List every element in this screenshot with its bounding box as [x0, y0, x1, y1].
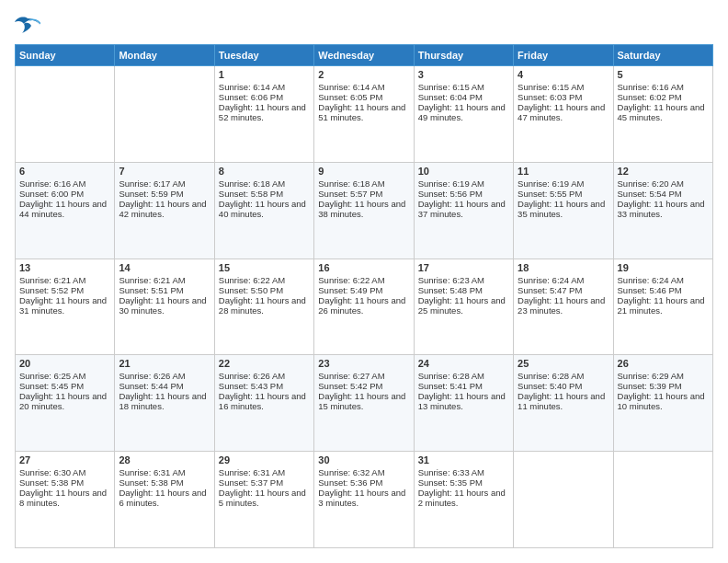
sunrise-text: Sunrise: 6:22 AM — [318, 275, 384, 285]
day-number: 7 — [119, 166, 210, 177]
sunrise-text: Sunrise: 6:16 AM — [618, 82, 684, 92]
calendar-cell: 6Sunrise: 6:16 AMSunset: 6:00 PMDaylight… — [16, 162, 115, 259]
day-number: 22 — [219, 358, 310, 369]
week-row-2: 6Sunrise: 6:16 AMSunset: 6:00 PMDaylight… — [16, 162, 713, 259]
sunrise-text: Sunrise: 6:21 AM — [119, 275, 185, 285]
calendar-cell: 29Sunrise: 6:31 AMSunset: 5:37 PMDayligh… — [214, 452, 313, 548]
day-number: 20 — [19, 358, 110, 369]
sunrise-text: Sunrise: 6:22 AM — [219, 275, 285, 285]
calendar-cell: 20Sunrise: 6:25 AMSunset: 5:45 PMDayligh… — [16, 355, 115, 452]
day-number: 9 — [318, 166, 409, 177]
calendar-cell: 21Sunrise: 6:26 AMSunset: 5:44 PMDayligh… — [115, 355, 214, 452]
calendar-cell: 31Sunrise: 6:33 AMSunset: 5:35 PMDayligh… — [414, 452, 513, 548]
daylight-text: Daylight: 11 hours and 45 minutes. — [618, 102, 705, 122]
sunset-text: Sunset: 6:02 PM — [618, 92, 682, 102]
sunrise-text: Sunrise: 6:25 AM — [19, 371, 85, 381]
day-number: 14 — [119, 262, 210, 273]
weekday-header-tuesday: Tuesday — [214, 45, 313, 66]
sunrise-text: Sunrise: 6:14 AM — [318, 82, 384, 92]
calendar-cell — [16, 66, 115, 163]
calendar-cell: 26Sunrise: 6:29 AMSunset: 5:39 PMDayligh… — [613, 355, 712, 452]
sunset-text: Sunset: 5:55 PM — [518, 189, 582, 199]
calendar-cell: 10Sunrise: 6:19 AMSunset: 5:56 PMDayligh… — [414, 162, 513, 259]
sunrise-text: Sunrise: 6:28 AM — [518, 371, 584, 381]
sunset-text: Sunset: 5:49 PM — [318, 285, 382, 295]
daylight-text: Daylight: 11 hours and 35 minutes. — [518, 199, 605, 219]
sunset-text: Sunset: 5:51 PM — [119, 285, 183, 295]
sunrise-text: Sunrise: 6:30 AM — [19, 467, 85, 477]
header — [15, 15, 713, 35]
sunrise-text: Sunrise: 6:20 AM — [618, 178, 684, 189]
daylight-text: Daylight: 11 hours and 8 minutes. — [19, 488, 107, 508]
sunset-text: Sunset: 5:38 PM — [19, 477, 84, 488]
daylight-text: Daylight: 11 hours and 20 minutes. — [19, 391, 107, 411]
day-number: 3 — [418, 69, 509, 80]
sunset-text: Sunset: 5:52 PM — [19, 285, 84, 295]
daylight-text: Daylight: 11 hours and 44 minutes. — [19, 199, 107, 219]
day-number: 25 — [518, 358, 609, 369]
daylight-text: Daylight: 11 hours and 6 minutes. — [119, 488, 206, 508]
calendar-cell: 27Sunrise: 6:30 AMSunset: 5:38 PMDayligh… — [16, 452, 115, 548]
daylight-text: Daylight: 11 hours and 2 minutes. — [418, 488, 506, 508]
sunrise-text: Sunrise: 6:16 AM — [19, 178, 85, 189]
sunrise-text: Sunrise: 6:24 AM — [618, 275, 684, 285]
daylight-text: Daylight: 11 hours and 25 minutes. — [418, 295, 506, 316]
weekday-header-friday: Friday — [514, 45, 613, 66]
calendar-cell: 4Sunrise: 6:15 AMSunset: 6:03 PMDaylight… — [514, 66, 613, 163]
daylight-text: Daylight: 11 hours and 42 minutes. — [119, 199, 206, 219]
calendar-cell: 25Sunrise: 6:28 AMSunset: 5:40 PMDayligh… — [514, 355, 613, 452]
daylight-text: Daylight: 11 hours and 31 minutes. — [19, 295, 107, 316]
daylight-text: Daylight: 11 hours and 49 minutes. — [418, 102, 506, 122]
logo — [15, 15, 44, 35]
day-number: 27 — [19, 454, 110, 465]
daylight-text: Daylight: 11 hours and 51 minutes. — [318, 102, 405, 122]
weekday-header-sunday: Sunday — [16, 45, 115, 66]
calendar-cell: 23Sunrise: 6:27 AMSunset: 5:42 PMDayligh… — [314, 355, 414, 452]
day-number: 24 — [418, 358, 509, 369]
sunrise-text: Sunrise: 6:26 AM — [119, 371, 185, 381]
day-number: 12 — [618, 166, 709, 177]
sunset-text: Sunset: 6:00 PM — [19, 189, 84, 199]
sunset-text: Sunset: 5:48 PM — [418, 285, 483, 295]
calendar-cell: 17Sunrise: 6:23 AMSunset: 5:48 PMDayligh… — [414, 259, 513, 355]
calendar-cell: 2Sunrise: 6:14 AMSunset: 6:05 PMDaylight… — [314, 66, 414, 163]
sunrise-text: Sunrise: 6:21 AM — [19, 275, 85, 285]
sunrise-text: Sunrise: 6:15 AM — [518, 82, 584, 92]
calendar-table: SundayMondayTuesdayWednesdayThursdayFrid… — [15, 44, 713, 548]
sunset-text: Sunset: 5:45 PM — [19, 381, 84, 391]
day-number: 17 — [418, 262, 509, 273]
day-number: 28 — [119, 454, 210, 465]
weekday-header-wednesday: Wednesday — [314, 45, 414, 66]
daylight-text: Daylight: 11 hours and 52 minutes. — [219, 102, 306, 122]
sunset-text: Sunset: 5:38 PM — [119, 477, 183, 488]
week-row-4: 20Sunrise: 6:25 AMSunset: 5:45 PMDayligh… — [16, 355, 713, 452]
day-number: 8 — [219, 166, 310, 177]
sunset-text: Sunset: 5:39 PM — [618, 381, 682, 391]
day-number: 13 — [19, 262, 110, 273]
day-number: 31 — [418, 454, 509, 465]
calendar-cell — [613, 452, 712, 548]
sunrise-text: Sunrise: 6:27 AM — [318, 371, 384, 381]
weekday-header-saturday: Saturday — [613, 45, 712, 66]
daylight-text: Daylight: 11 hours and 30 minutes. — [119, 295, 206, 316]
sunset-text: Sunset: 5:54 PM — [618, 189, 682, 199]
calendar-cell: 22Sunrise: 6:26 AMSunset: 5:43 PMDayligh… — [214, 355, 313, 452]
calendar-cell: 28Sunrise: 6:31 AMSunset: 5:38 PMDayligh… — [115, 452, 214, 548]
sunrise-text: Sunrise: 6:15 AM — [418, 82, 484, 92]
sunset-text: Sunset: 5:44 PM — [119, 381, 183, 391]
sunset-text: Sunset: 5:35 PM — [418, 477, 483, 488]
day-number: 5 — [618, 69, 709, 80]
daylight-text: Daylight: 11 hours and 33 minutes. — [618, 199, 705, 219]
sunrise-text: Sunrise: 6:19 AM — [518, 178, 584, 189]
sunrise-text: Sunrise: 6:26 AM — [219, 371, 285, 381]
sunset-text: Sunset: 6:04 PM — [418, 92, 483, 102]
sunset-text: Sunset: 5:58 PM — [219, 189, 283, 199]
daylight-text: Daylight: 11 hours and 28 minutes. — [219, 295, 306, 316]
day-number: 19 — [618, 262, 709, 273]
daylight-text: Daylight: 11 hours and 23 minutes. — [518, 295, 605, 316]
daylight-text: Daylight: 11 hours and 38 minutes. — [318, 199, 405, 219]
calendar-cell — [115, 66, 214, 163]
sunrise-text: Sunrise: 6:19 AM — [418, 178, 484, 189]
calendar-cell: 24Sunrise: 6:28 AMSunset: 5:41 PMDayligh… — [414, 355, 513, 452]
sunset-text: Sunset: 5:56 PM — [418, 189, 483, 199]
